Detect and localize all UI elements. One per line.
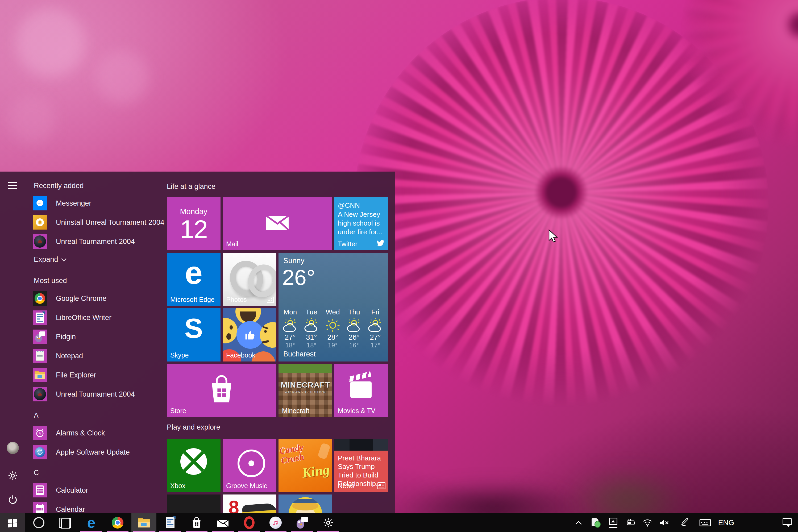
hamburger-menu-button[interactable]	[6, 179, 20, 193]
app-item-calculator[interactable]: Calculator	[33, 483, 88, 498]
expand-toggle[interactable]: Expand	[34, 255, 66, 264]
app-item-messenger[interactable]: Messenger	[33, 196, 92, 211]
task-view-button[interactable]	[52, 513, 77, 532]
language-indicator: ENG	[718, 518, 735, 527]
weather-day: Thu 26° 16°	[344, 308, 364, 349]
weather-temperature: 26°	[282, 266, 388, 289]
itunes-icon	[269, 517, 282, 529]
action-center-button[interactable]	[780, 513, 795, 532]
bokeh-circle	[16, 8, 85, 77]
settings-button[interactable]	[6, 469, 20, 482]
touch-keyboard-icon	[699, 519, 711, 527]
bokeh-circle	[96, 51, 149, 104]
partly-cloudy-icon	[367, 318, 384, 332]
taskbar-file-explorer-button[interactable]	[131, 513, 156, 532]
app-item-chrome[interactable]: Google Chrome	[33, 291, 107, 306]
app-item-ut2004-2[interactable]: Unreal Tournament 2004	[33, 387, 135, 402]
tile-twitter[interactable]: @CNN A New Jersey high school is under f…	[334, 197, 388, 250]
tray-volume-button[interactable]	[657, 513, 672, 532]
tile-calendar[interactable]: Monday 12	[167, 197, 221, 250]
user-avatar-button[interactable]	[6, 441, 20, 455]
weather-day: Wed 28° 19°	[323, 308, 343, 349]
tile-groove[interactable]: Groove Music	[223, 439, 277, 492]
store-bag-icon	[208, 375, 235, 404]
section-letter-c[interactable]: C	[34, 469, 39, 477]
mouse-cursor	[548, 229, 558, 244]
confused-emoji	[260, 322, 277, 348]
app-item-writer[interactable]: LibreOffice Writer	[33, 310, 111, 325]
tile-skype[interactable]: S Skype	[167, 308, 221, 361]
tray-pen-button[interactable]	[677, 513, 692, 532]
group-header-life: Life at a glance	[167, 183, 215, 191]
cortana-button[interactable]	[26, 513, 51, 532]
app-item-alarms-clock[interactable]: Alarms & Clock	[33, 425, 105, 440]
tile-edge[interactable]: e Microsoft Edge	[167, 253, 221, 306]
chrome-icon	[112, 517, 124, 529]
news-icon	[377, 482, 385, 489]
taskbar-edge-button[interactable]: e	[79, 513, 104, 532]
tray-chevron-up-button[interactable]	[571, 513, 586, 532]
group-header-play: Play and explore	[167, 423, 220, 432]
alarm-clock-icon	[33, 426, 47, 440]
tray-wifi-button[interactable]	[640, 513, 655, 532]
task-view-icon	[59, 518, 71, 528]
tray-keyboard-button[interactable]	[698, 513, 712, 532]
app-item-notepad[interactable]: Notepad	[33, 348, 83, 363]
king-logo: King	[301, 461, 330, 481]
tile-candy-crush[interactable]: Candy Crush King	[279, 439, 332, 492]
calendar-day: 12	[167, 216, 221, 242]
weather-day: Fri 27° 17°	[365, 308, 385, 349]
sunny-icon	[324, 318, 341, 332]
section-letter-a[interactable]: A	[34, 412, 39, 420]
tile-news[interactable]: Preet Bharara Says Trump Tried to Build …	[334, 439, 388, 492]
chrome-icon	[33, 291, 47, 306]
apple-software-update-icon	[33, 445, 47, 459]
mail-icon	[216, 517, 229, 528]
tile-mail[interactable]: Mail	[223, 197, 332, 250]
app-item-uninstall-ut2004[interactable]: Uninstall Unreal Tournament 2004	[33, 215, 165, 230]
taskbar-itunes-button[interactable]	[263, 513, 288, 532]
tray-language-button[interactable]: ENG	[717, 513, 736, 532]
avatar	[7, 442, 19, 454]
app-item-file-explorer[interactable]: File Explorer	[33, 367, 96, 382]
taskbar-writer-button[interactable]	[158, 513, 183, 532]
power-button[interactable]	[6, 493, 20, 507]
uninstall-disc-icon	[33, 215, 47, 230]
battery-charging-icon	[625, 519, 636, 527]
start-button[interactable]	[0, 513, 25, 532]
taskbar-pidgin-button[interactable]	[289, 513, 315, 532]
candy-shape	[317, 443, 331, 460]
tile-facebook[interactable]: Facebook	[223, 308, 277, 361]
unreal-tournament-icon	[33, 387, 47, 401]
taskbar-settings-button[interactable]	[316, 513, 341, 532]
tile-movies[interactable]: Movies & TV	[334, 364, 388, 417]
taskbar-opera-button[interactable]	[237, 513, 262, 532]
writer-icon	[33, 310, 47, 325]
wow-emoji	[223, 318, 238, 343]
app-item-apple-software-update[interactable]: Apple Software Update	[33, 445, 130, 460]
taskbar-chrome-button[interactable]	[105, 513, 130, 532]
skype-icon: S	[167, 308, 221, 348]
app-item-ut2004[interactable]: Unreal Tournament 2004	[33, 234, 135, 249]
tile-minecraft[interactable]: MINECRAFT WINDOWS 10 EDITION Minecraft	[279, 364, 332, 417]
windows-ink-pen-icon	[680, 518, 689, 528]
partly-cloudy-icon	[282, 318, 299, 332]
tile-weather[interactable]: Sunny 26° Mon 27° 18° Tue 31° 18° Wed 28…	[279, 253, 388, 361]
edge-logo-icon: e	[167, 253, 221, 292]
unreal-tournament-icon	[33, 234, 47, 249]
weather-city: Bucharest	[283, 350, 316, 358]
taskbar-mail-button[interactable]	[210, 513, 235, 532]
weather-day: Mon 27° 18°	[280, 308, 300, 349]
tile-photos[interactable]: Photos	[223, 253, 277, 306]
partly-cloudy-icon	[346, 318, 362, 332]
taskbar-store-button[interactable]	[184, 513, 209, 532]
chevron-down-icon	[61, 256, 66, 262]
tile-store[interactable]: Store	[167, 364, 277, 417]
tray-battery-button[interactable]	[623, 513, 638, 532]
tile-xbox[interactable]: Xbox	[167, 439, 221, 492]
app-item-pidgin[interactable]: Pidgin	[33, 329, 76, 344]
weather-day: Tue 31° 18°	[301, 308, 322, 349]
tray-safely-remove-button[interactable]	[606, 513, 621, 532]
pidgin-icon	[296, 517, 308, 529]
tray-defender-button[interactable]	[588, 513, 603, 532]
